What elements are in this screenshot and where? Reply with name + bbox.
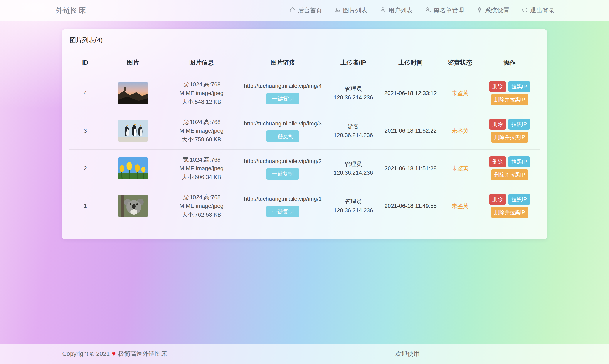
nav-item-blacklist[interactable]: 黑名单管理 (425, 6, 464, 14)
cell-id: 1 (69, 187, 102, 225)
image-dimensions: 宽:1024,高:768 (166, 80, 237, 89)
nav-item-label: 图片列表 (343, 6, 367, 14)
nav-item-label: 退出登录 (530, 6, 555, 14)
image-size: 大小:548.12 KB (166, 97, 237, 106)
nav-item-label: 后台首页 (298, 6, 322, 14)
col-header-link: 图片链接 (239, 51, 327, 74)
nav-item-image-list[interactable]: 图片列表 (334, 6, 367, 14)
image-icon (334, 7, 341, 14)
image-url: http://tuchuang.nilaile.vip/img/4 (241, 82, 325, 90)
col-header-actions: 操作 (479, 51, 540, 74)
nav-item-user-list[interactable]: 用户列表 (379, 6, 413, 14)
image-mime: MIME:image/jpeg (166, 89, 237, 97)
thumbnail-yellow-tulips-photo[interactable] (118, 157, 148, 179)
table-header: ID 图片 图片信息 图片链接 上传者/IP 上传时间 鉴黄状态 操作 (69, 51, 540, 74)
copy-link-button[interactable]: 一键复制 (266, 206, 299, 217)
col-header-id: ID (69, 51, 102, 74)
uploader-ip: 120.36.214.236 (328, 131, 378, 139)
upload-time: 2021-06-18 12:33:12 (380, 74, 441, 112)
image-url: http://tuchuang.nilaile.vip/img/3 (241, 120, 325, 127)
table-row: 2 (69, 150, 540, 187)
card-title: 图片列表(4) (62, 29, 547, 51)
delete-and-block-button[interactable]: 删除并拉黑IP (491, 94, 528, 105)
nav-item-label: 黑名单管理 (433, 6, 464, 14)
block-ip-button[interactable]: 拉黑IP (508, 119, 530, 130)
gear-icon (476, 7, 483, 14)
upload-time: 2021-06-18 11:51:28 (380, 150, 441, 187)
table-row: 3 (69, 112, 540, 150)
image-url: http://tuchuang.nilaile.vip/img/1 (241, 195, 325, 203)
thumbnail-penguins-photo[interactable] (118, 120, 148, 142)
copy-link-button[interactable]: 一键复制 (266, 130, 299, 142)
nav-menu: 后台首页 图片列表 用户列表 黑名单管理 系统设置 退出登录 (289, 6, 555, 14)
table-row: 1 (69, 187, 540, 225)
col-header-uploader: 上传者/IP (327, 51, 380, 74)
image-dimensions: 宽:1024,高:768 (166, 155, 237, 164)
uploader-ip: 120.36.214.236 (328, 168, 378, 177)
delete-button[interactable]: 删除 (489, 81, 506, 92)
page-footer: Copyright © 2021 ♥ 极简高速外链图床 欢迎使用 (0, 344, 609, 364)
moderation-status: 未鉴黄 (441, 112, 479, 150)
heart-icon: ♥ (112, 350, 116, 357)
delete-and-block-button[interactable]: 删除并拉黑IP (491, 132, 528, 143)
uploader-name: 管理员 (328, 84, 378, 93)
image-dimensions: 宽:1024,高:768 (166, 193, 237, 202)
col-header-image: 图片 (102, 51, 164, 74)
brand-logo[interactable]: 外链图床 (55, 5, 86, 15)
welcome-text: 欢迎使用 (395, 350, 420, 358)
image-mime: MIME:image/jpeg (166, 202, 237, 210)
cell-id: 2 (69, 150, 102, 187)
image-dimensions: 宽:1024,高:768 (166, 118, 237, 126)
image-size: 大小:759.60 KB (166, 135, 237, 144)
delete-button[interactable]: 删除 (489, 156, 506, 167)
uploader-name: 管理员 (328, 160, 378, 168)
thumbnail-mountain-sunset-photo[interactable] (118, 82, 148, 104)
block-ip-button[interactable]: 拉黑IP (508, 156, 530, 167)
nav-item-dashboard[interactable]: 后台首页 (289, 6, 322, 14)
col-header-info: 图片信息 (164, 51, 239, 74)
block-ip-button[interactable]: 拉黑IP (508, 81, 530, 92)
uploader-name: 游客 (328, 122, 378, 131)
nav-item-logout[interactable]: 退出登录 (522, 6, 555, 14)
block-ip-button[interactable]: 拉黑IP (508, 194, 530, 205)
delete-button[interactable]: 删除 (489, 119, 506, 130)
delete-and-block-button[interactable]: 删除并拉黑IP (491, 207, 528, 218)
upload-time: 2021-06-18 11:52:22 (380, 112, 441, 150)
image-mime: MIME:image/jpeg (166, 126, 237, 135)
user-icon (379, 7, 386, 14)
uploader-name: 管理员 (328, 197, 378, 206)
home-icon (289, 7, 296, 14)
copyright-text: Copyright © 2021 (62, 350, 110, 357)
copy-link-button[interactable]: 一键复制 (266, 168, 299, 180)
card-body: ID 图片 图片信息 图片链接 上传者/IP 上传时间 鉴黄状态 操作 4 (62, 51, 547, 239)
nav-item-settings[interactable]: 系统设置 (476, 6, 509, 14)
uploader-ip: 120.36.214.236 (328, 206, 378, 215)
user-x-icon (425, 7, 431, 14)
col-header-time: 上传时间 (380, 51, 441, 74)
table-row: 4 (69, 74, 540, 112)
col-header-status: 鉴黄状态 (441, 51, 479, 74)
cell-id: 4 (69, 74, 102, 112)
moderation-status: 未鉴黄 (441, 150, 479, 187)
image-list-card: 图片列表(4) ID 图片 图片信息 图片链接 上传者/IP 上传时间 鉴黄状态 (62, 29, 547, 239)
cell-id: 3 (69, 112, 102, 150)
copy-link-button[interactable]: 一键复制 (266, 93, 299, 104)
image-mime: MIME:image/jpeg (166, 164, 237, 173)
moderation-status: 未鉴黄 (441, 187, 479, 225)
site-name-text: 极简高速外链图床 (118, 350, 167, 358)
image-size: 大小:762.53 KB (166, 210, 237, 219)
image-table: ID 图片 图片信息 图片链接 上传者/IP 上传时间 鉴黄状态 操作 4 (69, 51, 540, 225)
moderation-status: 未鉴黄 (441, 74, 479, 112)
nav-item-label: 用户列表 (388, 6, 413, 14)
delete-button[interactable]: 删除 (489, 194, 506, 205)
power-icon (522, 7, 528, 14)
main-content: 图片列表(4) ID 图片 图片信息 图片链接 上传者/IP 上传时间 鉴黄状态 (0, 21, 609, 344)
upload-time: 2021-06-18 11:49:55 (380, 187, 441, 225)
thumbnail-koala-photo[interactable] (118, 195, 148, 217)
delete-and-block-button[interactable]: 删除并拉黑IP (491, 169, 528, 180)
image-url: http://tuchuang.nilaile.vip/img/2 (241, 157, 325, 165)
uploader-ip: 120.36.214.236 (328, 93, 378, 102)
image-size: 大小:606.34 KB (166, 173, 237, 181)
top-navbar: 外链图床 后台首页 图片列表 用户列表 黑名单管理 系统设置 退出登录 (0, 0, 609, 21)
nav-item-label: 系统设置 (485, 6, 509, 14)
